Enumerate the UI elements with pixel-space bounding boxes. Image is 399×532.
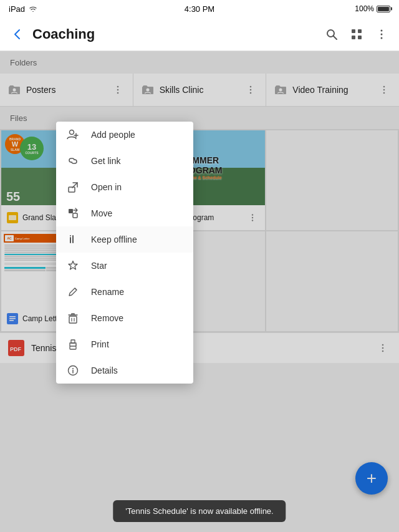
open-in-svg — [67, 181, 79, 193]
offline-toast: 'Tennis Schedule' is now available offli… — [113, 500, 286, 522]
status-right: 100% — [355, 4, 390, 13]
svg-rect-48 — [72, 235, 74, 243]
svg-rect-46 — [73, 213, 77, 218]
svg-rect-5 — [358, 36, 362, 39]
move-svg — [67, 207, 79, 220]
details-label: Details — [91, 365, 118, 375]
svg-line-50 — [75, 288, 77, 290]
add-people-label: Add people — [91, 130, 135, 140]
svg-rect-51 — [69, 316, 77, 323]
print-icon — [66, 337, 80, 351]
menu-item-keep-offline[interactable]: Keep offline — [56, 226, 193, 253]
offline-svg — [67, 233, 79, 246]
menu-item-rename[interactable]: Rename — [56, 279, 193, 305]
status-bar: iPad 4:30 PM 100% — [0, 0, 399, 17]
svg-rect-3 — [358, 29, 362, 33]
print-label: Print — [91, 339, 109, 349]
svg-rect-43 — [69, 187, 75, 192]
person-add-svg — [67, 128, 79, 141]
svg-line-1 — [334, 36, 337, 39]
toast-message: 'Tennis Schedule' is now available offli… — [125, 506, 273, 516]
more-options-button[interactable] — [370, 23, 393, 46]
menu-item-move[interactable]: Move — [56, 200, 193, 226]
context-menu: Add people Get link Open in — [56, 122, 193, 384]
page-title: Coaching — [32, 26, 320, 42]
menu-item-print[interactable]: Print — [56, 331, 193, 357]
svg-point-40 — [70, 130, 74, 135]
star-icon — [66, 259, 80, 273]
search-button[interactable] — [320, 23, 343, 46]
toolbar-actions — [320, 23, 393, 46]
back-arrow-icon — [11, 27, 24, 41]
grid-icon — [350, 27, 363, 41]
menu-item-star[interactable]: Star — [56, 253, 193, 279]
more-vertical-icon — [375, 27, 388, 41]
keep-offline-label: Keep offline — [91, 235, 137, 244]
star-label: Star — [91, 261, 107, 271]
status-left: iPad — [9, 4, 37, 14]
details-svg — [67, 364, 79, 377]
details-icon — [66, 364, 80, 377]
link-icon — [66, 154, 80, 168]
rename-svg — [67, 286, 79, 298]
battery-icon — [377, 6, 390, 12]
svg-rect-45 — [69, 209, 73, 213]
person-add-icon — [66, 128, 80, 142]
svg-rect-55 — [70, 346, 76, 349]
svg-rect-2 — [352, 29, 355, 33]
svg-point-57 — [75, 344, 77, 346]
battery-percent: 100% — [355, 4, 374, 13]
svg-rect-49 — [70, 235, 71, 236]
star-svg — [67, 259, 79, 272]
rename-icon — [66, 285, 80, 299]
remove-icon — [66, 311, 80, 325]
menu-item-open-in[interactable]: Open in — [56, 174, 193, 200]
menu-item-get-link[interactable]: Get link — [56, 148, 193, 174]
menu-item-add-people[interactable]: Add people — [56, 122, 193, 148]
back-button[interactable] — [6, 23, 29, 46]
open-in-icon — [66, 180, 80, 194]
svg-point-59 — [72, 368, 74, 369]
svg-rect-56 — [71, 340, 75, 343]
remove-svg — [67, 312, 79, 324]
wifi-icon — [29, 6, 37, 12]
device-name: iPad — [9, 4, 25, 14]
svg-point-6 — [381, 29, 383, 31]
view-toggle-button[interactable] — [345, 23, 368, 46]
svg-rect-47 — [70, 237, 71, 243]
move-icon — [66, 206, 80, 220]
svg-rect-4 — [352, 36, 355, 39]
menu-item-details[interactable]: Details — [56, 357, 193, 384]
search-icon — [325, 27, 339, 41]
svg-point-8 — [381, 37, 383, 39]
link-svg — [67, 155, 79, 167]
print-svg — [67, 338, 79, 351]
menu-item-remove[interactable]: Remove — [56, 305, 193, 331]
svg-point-7 — [381, 33, 383, 35]
remove-label: Remove — [91, 313, 123, 323]
offline-icon — [66, 233, 80, 246]
get-link-label: Get link — [91, 156, 120, 166]
open-in-label: Open in — [91, 182, 122, 192]
time-display: 4:30 PM — [185, 4, 214, 14]
move-label: Move — [91, 208, 112, 218]
rename-label: Rename — [91, 287, 124, 297]
toolbar: Coaching — [0, 17, 399, 51]
